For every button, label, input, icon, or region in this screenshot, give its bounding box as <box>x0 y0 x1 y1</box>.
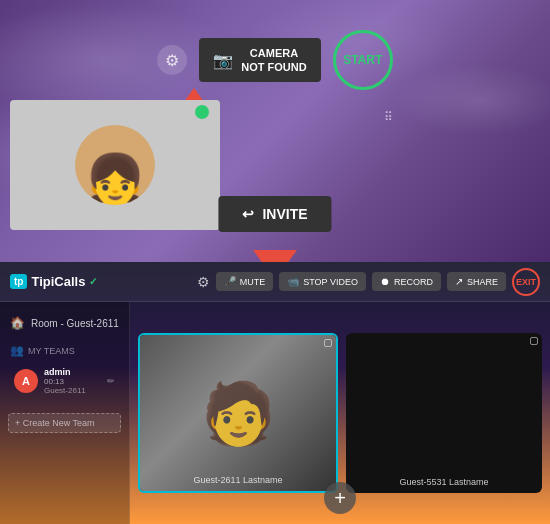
edit-icon[interactable]: ✏ <box>107 376 115 386</box>
video-tile-2: Guest-5531 Lastname <box>346 333 542 493</box>
bottom-header: tp TipiCalls ✓ ⚙ 🎤 MUTE 📹 STOP VIDEO ⏺ R… <box>0 262 550 302</box>
invite-button[interactable]: ↩ INVITE <box>218 196 331 232</box>
member-avatar: A <box>14 369 38 393</box>
camera-not-found-text: CAMERA NOT FOUND <box>241 46 306 75</box>
settings-icon[interactable]: ⚙ <box>157 45 187 75</box>
start-button[interactable]: START <box>333 30 393 90</box>
grid-dots-icon: ⠿ <box>384 110 395 124</box>
create-team-button[interactable]: + Create New Team <box>8 413 121 433</box>
team-member-item[interactable]: A admin 00:13 Guest-2611 ✏ <box>10 361 119 401</box>
share-icon: ↩ <box>242 206 254 222</box>
add-participant-button[interactable]: + <box>324 482 356 514</box>
header-controls: ⚙ 🎤 MUTE 📹 STOP VIDEO ⏺ RECORD ↗ SHARE E… <box>197 268 540 296</box>
share-icon-bottom: ↗ <box>455 276 463 287</box>
member-name: admin <box>44 367 101 377</box>
person-icon-1: 🧑 <box>201 378 276 449</box>
online-indicator <box>195 105 209 119</box>
mic-icon: 🎤 <box>224 276 236 287</box>
verified-icon: ✓ <box>89 276 97 287</box>
camera-slash-icon: 📷 <box>213 51 233 70</box>
room-indicator-1 <box>324 339 332 347</box>
member-info: admin 00:13 Guest-2611 <box>44 367 101 395</box>
bottom-section: tp TipiCalls ✓ ⚙ 🎤 MUTE 📹 STOP VIDEO ⏺ R… <box>0 262 550 524</box>
video-icon: 📹 <box>287 276 299 287</box>
avatar-face: 👧 <box>84 155 146 205</box>
record-button[interactable]: ⏺ RECORD <box>372 272 441 291</box>
video-feed-1: 🧑 <box>140 335 336 491</box>
video-feed-2 <box>346 333 542 493</box>
guest2-name: Guest-5531 Lastname <box>399 477 488 487</box>
avatar: 👧 <box>75 125 155 205</box>
main-content: 🏠 Room - Guest-2611 👥 My Teams A admin 0… <box>0 302 550 524</box>
record-icon: ⏺ <box>380 276 390 287</box>
stop-video-button[interactable]: 📹 STOP VIDEO <box>279 272 366 291</box>
guest1-name: Guest-2611 Lastname <box>193 475 282 485</box>
member-actions: ✏ <box>107 376 115 386</box>
app-name: TipiCalls <box>31 274 85 289</box>
my-teams-title: 👥 My Teams <box>10 344 119 357</box>
my-teams-section: 👥 My Teams A admin 00:13 Guest-2611 ✏ <box>0 336 129 405</box>
exit-button[interactable]: EXIT <box>512 268 540 296</box>
video-preview: 👧 <box>10 100 220 230</box>
mute-button[interactable]: 🎤 MUTE <box>216 272 274 291</box>
sidebar-room-item[interactable]: 🏠 Room - Guest-2611 <box>0 310 129 336</box>
logo-area: tp TipiCalls ✓ <box>10 274 97 289</box>
share-button[interactable]: ↗ SHARE <box>447 272 506 291</box>
home-icon: 🏠 <box>10 316 25 330</box>
teams-icon: 👥 <box>10 344 24 357</box>
logo-icon: tp <box>10 274 27 289</box>
top-toolbar: ⚙ 📷 CAMERA NOT FOUND START <box>0 30 550 90</box>
arrow-down-icon <box>253 250 297 262</box>
video-tile-1: 🧑 Guest-2611 Lastname <box>138 333 338 493</box>
video-area: 🧑 Guest-2611 Lastname Guest-5531 Lastnam… <box>130 302 550 524</box>
room-indicator-2 <box>530 337 538 345</box>
camera-not-found-button[interactable]: 📷 CAMERA NOT FOUND <box>199 38 320 83</box>
member-sub: Guest-2611 <box>44 386 101 395</box>
settings-button-bottom[interactable]: ⚙ <box>197 274 210 290</box>
top-section: ⚙ 📷 CAMERA NOT FOUND START 👧 ⠿ ↩ INVITE <box>0 0 550 262</box>
sidebar: 🏠 Room - Guest-2611 👥 My Teams A admin 0… <box>0 302 130 524</box>
member-timer: 00:13 <box>44 377 101 386</box>
